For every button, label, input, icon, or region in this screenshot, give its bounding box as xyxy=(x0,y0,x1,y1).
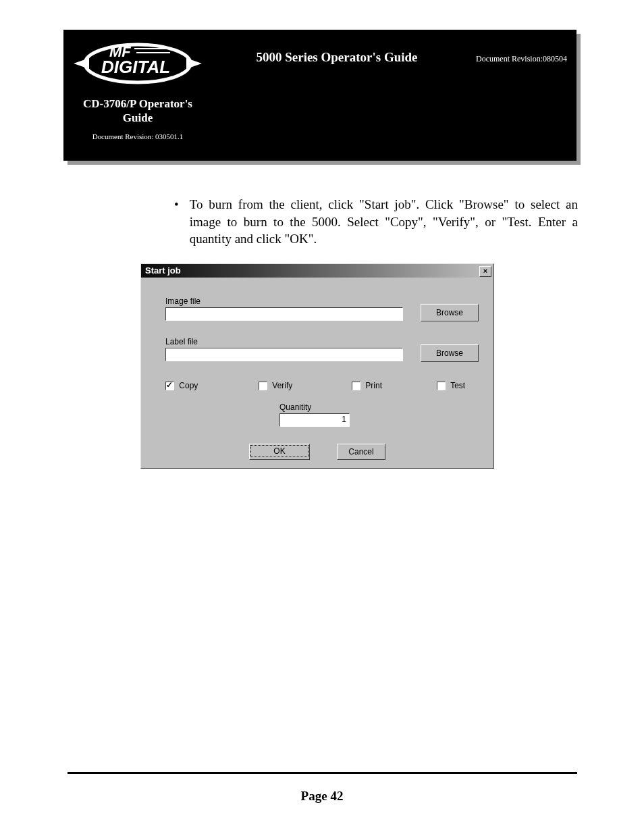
svg-marker-2 xyxy=(74,58,89,69)
ok-label: OK xyxy=(250,445,308,457)
image-file-input[interactable] xyxy=(165,307,403,321)
left-title-line1: CD-3706/P Operator's xyxy=(83,97,192,110)
browse-image-button[interactable]: Browse xyxy=(421,304,479,321)
cancel-label: Cancel xyxy=(348,447,373,457)
instruction-text: To burn from the client, click "Start jo… xyxy=(190,196,578,248)
browse-label-button[interactable]: Browse xyxy=(421,344,479,362)
banner-right-revision: Document Revision:080504 xyxy=(476,54,567,64)
close-button[interactable]: × xyxy=(479,266,491,277)
checkbox-icon xyxy=(352,382,360,390)
label-file-label: Label file xyxy=(165,337,198,346)
left-guide-title: CD-3706/P Operator's Guide xyxy=(63,97,212,126)
test-label: Test xyxy=(450,381,465,390)
image-file-label: Image file xyxy=(165,296,200,306)
print-checkbox[interactable]: Print xyxy=(352,381,382,390)
test-checkbox[interactable]: Test xyxy=(437,381,465,390)
dialog-title: Start job xyxy=(145,265,181,276)
dialog-titlebar: Start job × xyxy=(141,264,493,278)
quantity-input[interactable]: 1 xyxy=(279,413,350,427)
mf-digital-logo: MF DIGITAL xyxy=(70,36,205,87)
quantity-label: Quanitity xyxy=(279,402,311,412)
checkbox-icon xyxy=(165,382,174,390)
checkbox-icon xyxy=(259,382,267,390)
header-banner: MF DIGITAL CD-3706/P Operator's Guide Do… xyxy=(63,30,576,161)
banner-left: MF DIGITAL CD-3706/P Operator's Guide Do… xyxy=(63,30,212,161)
footer-rule xyxy=(68,772,577,774)
left-revision: Document Revision: 030501.1 xyxy=(63,132,212,140)
copy-label: Copy xyxy=(179,381,198,390)
verify-label: Verify xyxy=(272,381,292,390)
close-icon: × xyxy=(483,267,487,275)
start-job-dialog: Start job × Image file Browse Label file… xyxy=(140,263,494,469)
verify-checkbox[interactable]: Verify xyxy=(259,381,292,390)
page-number: Page 42 xyxy=(0,789,644,804)
checkbox-icon xyxy=(437,382,446,390)
bullet-icon: • xyxy=(174,196,179,248)
instruction-bullet: • To burn from the client, click "Start … xyxy=(174,196,578,248)
banner-center-title: 5000 Series Operator's Guide xyxy=(219,50,455,65)
cancel-button[interactable]: Cancel xyxy=(337,444,385,460)
svg-marker-1 xyxy=(186,58,202,69)
print-label: Print xyxy=(365,381,382,390)
copy-checkbox[interactable]: Copy xyxy=(165,381,198,390)
label-file-input[interactable] xyxy=(165,348,403,361)
logo-text-digital: DIGITAL xyxy=(101,57,170,77)
left-title-line2: Guide xyxy=(123,111,153,124)
ok-button[interactable]: OK xyxy=(249,444,310,460)
